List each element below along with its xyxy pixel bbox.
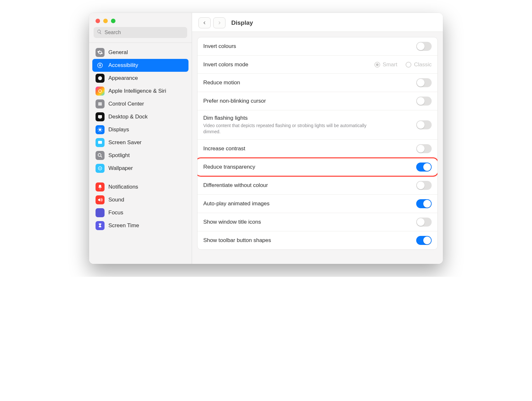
sidebar-item-label: Spotlight <box>108 152 130 159</box>
speaker-icon <box>96 195 105 204</box>
wallpaper-icon <box>96 164 105 173</box>
sidebar-item-wallpaper[interactable]: Wallpaper <box>92 162 188 175</box>
toggle-differentiate-colour[interactable] <box>416 181 432 190</box>
setting-label: Dim flashing lights <box>203 115 416 121</box>
setting-label: Show toolbar button shapes <box>203 237 416 244</box>
toggle-reduce-transparency[interactable] <box>416 163 432 172</box>
sidebar-item-focus[interactable]: Focus <box>92 206 188 219</box>
svg-rect-4 <box>98 103 102 104</box>
settings-panel: Invert colours Invert colors mode Smart … <box>197 37 438 250</box>
sidebar-item-general[interactable]: General <box>92 46 188 59</box>
svg-point-21 <box>100 168 101 169</box>
sidebar-item-label: Screen Time <box>108 222 139 229</box>
sidebar-item-ai-siri[interactable]: Apple Intelligence & Siri <box>92 85 188 98</box>
row-reduce-transparency: Reduce transparency <box>197 158 437 176</box>
control-center-icon <box>96 99 105 108</box>
svg-rect-7 <box>99 118 101 119</box>
radio-classic[interactable]: Classic <box>406 61 432 68</box>
window-controls <box>89 13 192 27</box>
toggle-reduce-motion[interactable] <box>416 78 432 87</box>
bell-icon <box>96 182 105 191</box>
svg-rect-6 <box>98 115 102 118</box>
sidebar-item-desktop-dock[interactable]: Desktop & Dock <box>92 110 188 123</box>
svg-line-19 <box>101 156 102 157</box>
dock-icon <box>96 112 105 121</box>
gear-icon <box>96 48 105 57</box>
svg-line-16 <box>101 128 102 128</box>
toggle-non-blinking[interactable] <box>416 97 432 106</box>
toolbar: Display <box>192 13 443 32</box>
appearance-icon <box>96 74 105 83</box>
sidebar-item-label: Sound <box>108 197 124 203</box>
sidebar-item-label: Displays <box>108 126 129 133</box>
setting-label: Invert colours <box>203 43 416 50</box>
row-show-toolbar-shapes: Show toolbar button shapes <box>197 231 437 249</box>
sidebar-item-label: Appearance <box>108 75 138 81</box>
toggle-invert-colours[interactable] <box>416 42 432 51</box>
sidebar-item-displays[interactable]: Displays <box>92 123 188 136</box>
search-field[interactable] <box>94 27 187 38</box>
sidebar-item-label: Notifications <box>108 184 138 190</box>
row-autoplay-images: Auto-play animated images <box>197 195 437 213</box>
minimize-window-button[interactable] <box>103 19 108 23</box>
setting-label: Reduce motion <box>203 79 416 86</box>
radio-smart[interactable]: Smart <box>374 61 397 68</box>
sidebar-item-screen-saver[interactable]: Screen Saver <box>92 136 188 149</box>
sidebar-item-label: Accessibility <box>108 62 138 69</box>
radio-label: Smart <box>383 61 397 68</box>
svg-line-13 <box>98 128 99 128</box>
sidebar: General Accessibility Appearance Apple I… <box>89 13 192 264</box>
sidebar-item-accessibility[interactable]: Accessibility <box>92 59 188 72</box>
search-icon <box>97 29 105 36</box>
sidebar-item-label: Control Center <box>108 101 144 107</box>
svg-point-18 <box>98 154 101 156</box>
setting-label: Reduce transparency <box>203 164 416 170</box>
back-button[interactable] <box>198 17 211 28</box>
toggle-increase-contrast[interactable] <box>416 144 432 153</box>
row-differentiate-colour: Differentiate without colour <box>197 176 437 195</box>
close-window-button[interactable] <box>96 19 100 23</box>
sidebar-item-spotlight[interactable]: Spotlight <box>92 149 188 162</box>
setting-label: Invert colors mode <box>203 61 374 68</box>
sidebar-item-label: Focus <box>108 210 123 216</box>
setting-label: Prefer non-blinking cursor <box>203 98 416 104</box>
settings-window: General Accessibility Appearance Apple I… <box>89 13 443 264</box>
page-title: Display <box>231 19 253 26</box>
row-invert-mode: Invert colors mode Smart Classic <box>197 56 437 74</box>
invert-mode-radio-group: Smart Classic <box>374 61 432 68</box>
sidebar-item-notifications[interactable]: Notifications <box>92 181 188 193</box>
sidebar-item-appearance[interactable]: Appearance <box>92 72 188 85</box>
screen-saver-icon <box>96 138 105 147</box>
sidebar-item-sound[interactable]: Sound <box>92 193 188 206</box>
sidebar-item-label: Desktop & Dock <box>108 114 148 120</box>
setting-label: Auto-play animated images <box>203 200 416 207</box>
row-dim-flashing: Dim flashing lights Video content that d… <box>197 110 437 140</box>
sidebar-item-screen-time[interactable]: Screen Time <box>92 219 188 232</box>
accessibility-icon <box>96 61 105 70</box>
row-invert-colours: Invert colours <box>197 37 437 56</box>
displays-icon <box>96 125 105 134</box>
sidebar-item-control-center[interactable]: Control Center <box>92 98 188 110</box>
toggle-toolbar-shapes[interactable] <box>416 236 432 245</box>
setting-label: Show window title icons <box>203 219 416 225</box>
search-input[interactable] <box>105 30 184 35</box>
radio-label: Classic <box>414 61 432 68</box>
toggle-title-icons[interactable] <box>416 218 432 227</box>
spotlight-icon <box>96 151 105 160</box>
siri-icon <box>96 87 105 96</box>
setting-sublabel: Video content that depicts repeated flas… <box>203 123 383 135</box>
forward-button[interactable] <box>213 17 225 28</box>
row-prefer-non-blinking: Prefer non-blinking cursor <box>197 92 437 110</box>
svg-point-3 <box>99 90 102 93</box>
svg-rect-5 <box>98 104 102 106</box>
svg-rect-17 <box>98 141 102 144</box>
toggle-dim-flashing[interactable] <box>416 120 432 129</box>
toggle-autoplay-images[interactable] <box>416 199 432 208</box>
sidebar-item-label: Wallpaper <box>108 165 133 172</box>
sidebar-item-label: General <box>108 49 128 56</box>
fullscreen-window-button[interactable] <box>111 19 115 23</box>
svg-line-14 <box>101 131 102 132</box>
svg-point-8 <box>99 128 101 131</box>
hourglass-icon <box>96 221 105 230</box>
row-reduce-motion: Reduce motion <box>197 74 437 92</box>
